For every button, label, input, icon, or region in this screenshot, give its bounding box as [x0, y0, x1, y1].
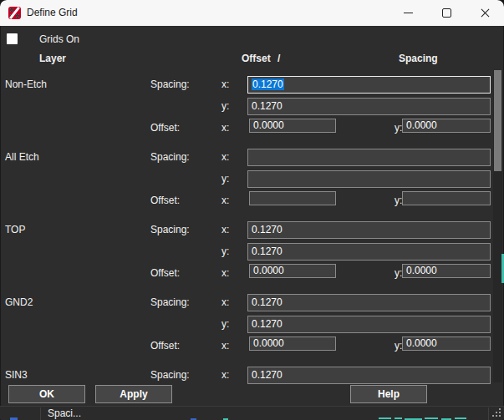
selected-text: 0.1270: [252, 78, 284, 90]
layer-name: SIN3: [5, 367, 28, 382]
minimize-icon: [404, 13, 413, 13]
title-bar[interactable]: Define Grid: [0, 0, 504, 26]
offset-x-input[interactable]: [249, 191, 336, 205]
y-label: y:: [395, 193, 402, 208]
y-label: y:: [395, 266, 402, 281]
minimize-button[interactable]: [389, 0, 427, 26]
y-label: y:: [221, 244, 229, 259]
y-label: y:: [395, 120, 402, 135]
layer-section-non-etch: Non-Etch Spacing: x: 0.1270 y: 0.1270 Of…: [0, 76, 504, 137]
offset-y-input[interactable]: [402, 191, 491, 205]
layer-section-all-etch: All Etch Spacing: x: y: Offset: x: y:: [0, 149, 504, 210]
app-icon: [8, 7, 21, 19]
offset-label: Offset:: [150, 193, 180, 208]
x-label: x:: [221, 193, 229, 208]
x-label: x:: [221, 77, 229, 92]
spacing-x-input[interactable]: 0.1270: [247, 367, 491, 384]
column-header-offset: Offset: [242, 51, 271, 66]
layer-name: TOP: [5, 222, 25, 237]
spacing-y-input[interactable]: 0.1270: [247, 98, 491, 115]
offset-y-input[interactable]: 0.0000: [402, 264, 491, 278]
icon-dot: [16, 14, 19, 18]
scrollbar-thumb[interactable]: [494, 70, 501, 171]
spacing-y-input[interactable]: [247, 170, 491, 188]
resize-grip-icon[interactable]: [499, 408, 501, 410]
layer-section-sin3: SIN3 Spacing: x: 0.1270: [0, 367, 504, 385]
spacing-label: Spacing:: [150, 295, 190, 310]
spacing-label: Spacing:: [150, 149, 190, 164]
x-label: x:: [221, 222, 229, 237]
x-label: x:: [221, 149, 229, 164]
layer-section-top: TOP Spacing: x: 0.1270 y: 0.1270 Offset:…: [0, 221, 504, 282]
maximize-button[interactable]: [427, 0, 466, 26]
y-label: y:: [395, 338, 402, 353]
icon-dot: [10, 8, 13, 12]
vertical-scrollbar[interactable]: [493, 70, 502, 382]
status-text: Spaci...: [48, 407, 81, 420]
offset-label: Offset:: [150, 120, 180, 135]
spacing-x-input[interactable]: 0.1270: [247, 294, 491, 311]
x-label: x:: [221, 266, 229, 281]
column-header-slash: /: [277, 51, 280, 66]
window-edge-artifact: [425, 417, 438, 419]
x-label: x:: [221, 120, 229, 135]
column-header-spacing: Spacing: [399, 51, 438, 66]
window-edge-artifact: [455, 417, 466, 419]
x-label: x:: [221, 295, 229, 310]
layer-name: Non-Etch: [5, 77, 47, 92]
apply-button[interactable]: Apply: [95, 385, 172, 403]
offset-y-input[interactable]: 0.0000: [402, 119, 491, 133]
spacing-label: Spacing:: [150, 222, 190, 237]
y-label: y:: [221, 171, 229, 186]
spacing-label: Spacing:: [150, 77, 190, 92]
ok-button[interactable]: OK: [8, 385, 85, 403]
window-edge-artifact: [379, 417, 391, 419]
y-label: y:: [221, 316, 229, 331]
column-header-layer: Layer: [39, 51, 66, 66]
close-button[interactable]: [466, 0, 504, 26]
offset-y-input[interactable]: 0.0000: [402, 337, 491, 351]
help-button[interactable]: Help: [350, 385, 427, 403]
status-separator: [488, 407, 489, 420]
offset-label: Offset:: [150, 338, 180, 353]
layer-name: All Etch: [5, 149, 39, 164]
spacing-y-input[interactable]: 0.1270: [247, 316, 491, 333]
window-title: Define Grid: [27, 0, 78, 26]
offset-x-input[interactable]: 0.0000: [249, 337, 336, 351]
x-label: x:: [221, 367, 229, 382]
maximize-icon: [442, 8, 451, 18]
grids-on-label: Grids On: [39, 32, 79, 47]
offset-x-input[interactable]: 0.0000: [249, 264, 336, 278]
spacing-x-input[interactable]: 0.1270: [247, 221, 491, 239]
layer-section-gnd2: GND2 Spacing: x: 0.1270 y: 0.1270 Offset…: [0, 294, 504, 355]
spacing-x-input[interactable]: [247, 149, 491, 166]
x-label: x:: [221, 338, 229, 353]
window-edge-artifact: [395, 417, 402, 419]
offset-label: Offset:: [150, 266, 180, 281]
layer-name: GND2: [5, 295, 33, 310]
define-grid-dialog: Define Grid Grids On Layer Offset / Spac…: [0, 0, 504, 420]
grids-on-checkbox[interactable]: [7, 33, 18, 44]
spacing-x-input[interactable]: 0.1270: [247, 76, 491, 94]
spacing-y-input[interactable]: 0.1270: [247, 243, 491, 261]
status-separator: [40, 407, 41, 420]
offset-x-input[interactable]: 0.0000: [249, 119, 336, 133]
y-label: y:: [221, 99, 229, 114]
spacing-label: Spacing:: [150, 367, 190, 382]
